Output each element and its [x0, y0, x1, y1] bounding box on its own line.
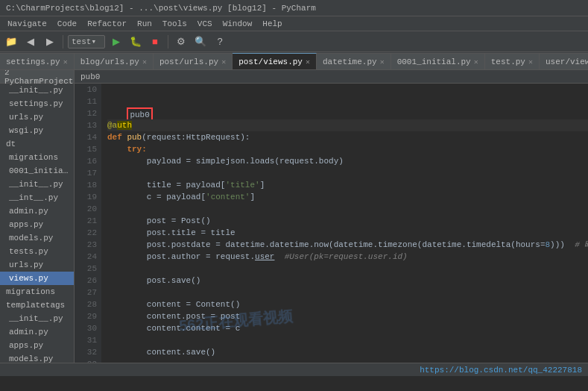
tree-item-0001-initial[interactable]: 0001_initial.py	[0, 164, 74, 178]
menu-window[interactable]: Window	[218, 18, 257, 30]
tree-item-views-py[interactable]: views.py	[0, 272, 74, 285]
code-line-21: post = Post()	[107, 215, 588, 227]
code-line-16: payload = simplejson.loads(request.body)	[107, 155, 588, 167]
sidebar: 2 PyCharmProjects\b __init__.py settings…	[0, 70, 75, 363]
code-line-29: content.post = post	[107, 310, 588, 322]
code-line-13: @auth	[107, 119, 588, 131]
code-line-18: title = payload['title']	[107, 179, 588, 191]
code-line-30: content.content = c	[107, 322, 588, 334]
breadcrumb-bar: pub0	[75, 70, 588, 84]
code-line-22: post.title = title	[107, 227, 588, 239]
tree-item-admin-py[interactable]: admin.py	[0, 204, 74, 218]
code-area: 10 11 12 13 14 15 16 17 18 19 20 21 22 2…	[75, 84, 588, 363]
main-area: 2 PyCharmProjects\b __init__.py settings…	[0, 70, 588, 363]
code-line-25	[107, 263, 588, 275]
tab-user-views-py[interactable]: user/views.py ✕	[540, 53, 588, 69]
code-line-19: c = payload['content']	[107, 191, 588, 203]
code-line-11	[107, 96, 588, 107]
code-content[interactable]: pub0 @auth def pub(request:HttpRequest):…	[101, 84, 588, 363]
tabs-row: settings.py ✕ blog/urls.py ✕ post/urls.p…	[0, 52, 588, 70]
tab-close-post-views[interactable]: ✕	[306, 57, 310, 66]
tab-close-test[interactable]: ✕	[528, 57, 533, 66]
toolbar-back-btn[interactable]: ◀	[22, 34, 39, 50]
toolbar-folder-btn[interactable]: 📁	[3, 34, 19, 50]
sidebar-header: 2 PyCharmProjects\b	[0, 70, 74, 84]
titlebar-text: C:\CharmProjects\blog12] - ...\post\view…	[6, 4, 316, 13]
tree-item-models-py[interactable]: models.py	[0, 231, 74, 245]
toolbar-run-btn[interactable]: ▶	[108, 34, 124, 50]
line-numbers: 10 11 12 13 14 15 16 17 18 19 20 21 22 2…	[75, 84, 101, 363]
tree-item-admin-py2[interactable]: admin.py	[0, 325, 74, 339]
toolbar-help-btn[interactable]: ?	[212, 34, 228, 50]
toolbar-search-btn[interactable]: 🔍	[192, 34, 209, 50]
tab-close-datetime[interactable]: ✕	[380, 57, 385, 66]
editor: pub0 10 11 12 13 14 15 16 17 18 19 20 21…	[75, 70, 588, 363]
statusbar: https://blog.csdn.net/qq_42227818	[0, 363, 588, 376]
tab-datetime-py[interactable]: datetime.py ✕	[317, 53, 391, 69]
tree-item-migrations2[interactable]: migrations	[0, 285, 74, 298]
code-line-10	[107, 84, 588, 96]
tree-item-wsgi-py[interactable]: wsgi.py	[0, 124, 74, 137]
toolbar: 📁 ◀ ▶ test▾ ▶ 🐛 ■ ⚙ 🔍 ?	[0, 31, 588, 52]
menu-vcs[interactable]: VCS	[193, 18, 217, 30]
menu-navigate[interactable]: Navigate	[3, 18, 51, 30]
tree-item-settings-py[interactable]: settings.py	[0, 97, 74, 110]
code-line-26: post.save()	[107, 275, 588, 287]
code-line-17	[107, 167, 588, 179]
toolbar-build-btn[interactable]: ⚙	[173, 34, 189, 50]
code-line-31	[107, 334, 588, 346]
menu-run[interactable]: Run	[133, 18, 157, 30]
status-link[interactable]: https://blog.csdn.net/qq_42227818	[420, 366, 582, 375]
code-line-23: post.postdate = datetime.datetime.now(da…	[107, 239, 588, 251]
toolbar-sep2	[168, 35, 168, 49]
tree-item-init-py2[interactable]: __init__.py	[0, 178, 74, 191]
titlebar: C:\CharmProjects\blog12] - ...\post\view…	[0, 0, 588, 16]
tree-item-tests-py[interactable]: tests.py	[0, 245, 74, 258]
code-line-28: content = Content()	[107, 298, 588, 310]
tree-item-init-py3[interactable]: __init__.py	[0, 312, 74, 325]
menu-refactor[interactable]: Refactor	[83, 18, 131, 30]
code-line-15: try:	[107, 143, 588, 155]
tab-test-py[interactable]: test.py ✕	[485, 53, 540, 69]
tree-item-urls-py[interactable]: urls.py	[0, 110, 74, 124]
tab-close-settings[interactable]: ✕	[63, 57, 68, 66]
toolbar-stop-btn[interactable]: ■	[147, 34, 163, 50]
code-line-32: content.save()	[107, 346, 588, 358]
tab-0001-initial-py[interactable]: 0001_initial.py ✕	[391, 53, 485, 69]
code-line-24: post.author = request.user #User(pk=requ…	[107, 251, 588, 263]
menu-code[interactable]: Code	[53, 18, 81, 30]
tree-item-init-py[interactable]: __init__.py	[0, 84, 74, 97]
tab-post-views-py[interactable]: post/views.py ✕	[233, 53, 317, 69]
code-line-27	[107, 287, 588, 298]
tree-item-apps-py2[interactable]: apps.py	[0, 339, 74, 352]
tree-item-int-py[interactable]: __int__.py	[0, 191, 74, 204]
tab-close-post-urls[interactable]: ✕	[221, 57, 226, 66]
menubar: Navigate Code Refactor Run Tools VCS Win…	[0, 16, 588, 31]
code-line-33	[107, 358, 588, 363]
menu-tools[interactable]: Tools	[158, 18, 192, 30]
toolbar-debug-btn[interactable]: 🐛	[127, 34, 144, 50]
toolbar-sep1	[63, 35, 63, 49]
tree-item-urls-py2[interactable]: urls.py	[0, 258, 74, 272]
code-line-14: def pub(request:HttpRequest):	[107, 131, 588, 143]
menu-help[interactable]: Help	[258, 18, 286, 30]
tab-settings-py[interactable]: settings.py ✕	[0, 53, 75, 69]
toolbar-forward-btn[interactable]: ▶	[42, 34, 58, 50]
tree-item-models-py2[interactable]: models.py	[0, 352, 74, 363]
tab-close-0001[interactable]: ✕	[474, 57, 478, 66]
tab-blog-urls-py[interactable]: blog/urls.py ✕	[75, 53, 154, 69]
tree-item-migrations[interactable]: migrations	[0, 151, 74, 164]
toolbar-config-combo[interactable]: test▾	[68, 35, 105, 49]
code-line-20	[107, 203, 588, 215]
tree-item-apps-py[interactable]: apps.py	[0, 218, 74, 231]
code-line-12: pub0	[107, 107, 588, 119]
tab-close-blog-urls[interactable]: ✕	[142, 57, 147, 66]
tree-item-templatetags[interactable]: templatetags	[0, 298, 74, 312]
tree-item-dt[interactable]: dt	[0, 137, 74, 151]
tab-post-urls-py[interactable]: post/urls.py ✕	[154, 53, 233, 69]
